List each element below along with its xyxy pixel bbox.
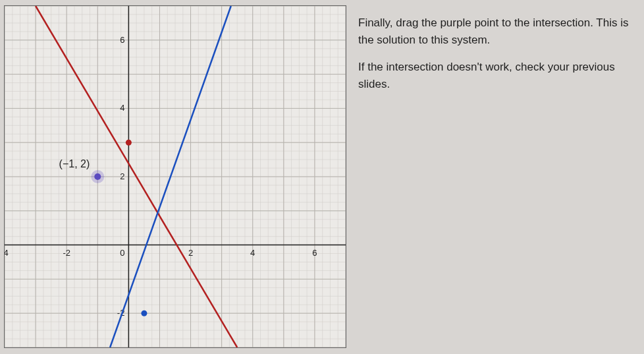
y-tick-label: 2 [120,171,124,181]
blue-line-marker [141,310,147,316]
x-tick-label: -4 [5,248,9,258]
svg-point-1 [94,173,101,180]
purple-point-label: (−1, 2) [59,158,90,169]
x-tick-label: 0 [120,248,124,258]
x-tick-label: 2 [188,248,193,258]
x-tick-label: -2 [63,248,70,258]
y-tick-label: 4 [120,103,124,113]
coordinate-graph[interactable]: -4-20246-2246(−1, 2) [4,5,346,348]
x-tick-label: 4 [250,248,255,258]
instruction-line-1: Finally, drag the purple point to the in… [358,15,635,48]
instruction-line-2: If the intersection doesn't work, check … [358,59,635,92]
instruction-panel: Finally, drag the purple point to the in… [346,0,644,354]
red-line-marker [126,140,132,146]
y-tick-label: 6 [120,35,124,45]
x-tick-label: 6 [312,248,317,258]
